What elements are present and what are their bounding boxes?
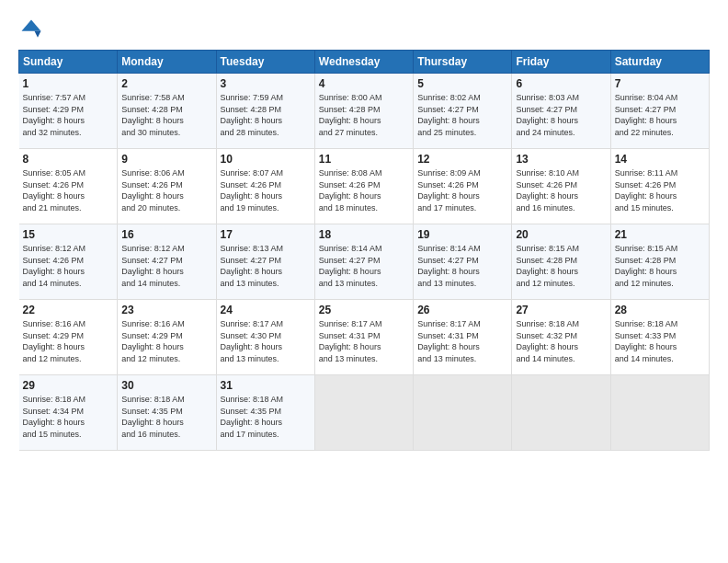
- cell-text-line: Sunrise: 8:18 AM: [121, 394, 211, 406]
- cell-text-line: Sunset: 4:26 PM: [417, 179, 507, 191]
- cell-text-line: Daylight: 8 hours: [23, 115, 114, 127]
- calendar-cell: 25Sunrise: 8:17 AMSunset: 4:31 PMDayligh…: [314, 300, 413, 375]
- cell-text-line: Sunset: 4:35 PM: [121, 406, 211, 418]
- day-number: 10: [221, 153, 311, 166]
- cell-text-line: Daylight: 8 hours: [319, 341, 409, 353]
- cell-text-line: Sunrise: 8:12 AM: [23, 243, 114, 255]
- cell-text-line: and 14 minutes.: [615, 353, 705, 365]
- cell-text-line: and 15 minutes.: [615, 202, 705, 214]
- cell-text-line: Sunrise: 8:16 AM: [121, 318, 211, 330]
- cell-text-line: Sunrise: 8:14 AM: [319, 243, 409, 255]
- calendar-cell: 31Sunrise: 8:18 AMSunset: 4:35 PMDayligh…: [216, 375, 314, 451]
- day-number: 12: [417, 153, 507, 166]
- week-row-4: 22Sunrise: 8:16 AMSunset: 4:29 PMDayligh…: [19, 300, 710, 375]
- calendar-cell: 6Sunrise: 8:03 AMSunset: 4:27 PMDaylight…: [512, 74, 610, 149]
- calendar-cell: 20Sunrise: 8:15 AMSunset: 4:28 PMDayligh…: [512, 224, 610, 300]
- calendar-cell: [414, 375, 512, 451]
- day-number: 18: [319, 228, 409, 241]
- svg-marker-1: [35, 31, 41, 38]
- weekday-sunday: Sunday: [19, 51, 118, 74]
- cell-text-line: Sunrise: 8:14 AM: [417, 243, 507, 255]
- cell-text-line: Sunset: 4:27 PM: [417, 255, 507, 267]
- cell-text-line: Daylight: 8 hours: [615, 341, 705, 353]
- cell-text-line: and 12 minutes.: [23, 353, 114, 365]
- calendar-cell: 15Sunrise: 8:12 AMSunset: 4:26 PMDayligh…: [19, 224, 118, 300]
- cell-text-line: Sunrise: 8:02 AM: [417, 92, 507, 104]
- cell-text-line: and 19 minutes.: [221, 202, 311, 214]
- cell-text-line: and 20 minutes.: [121, 202, 211, 214]
- week-row-3: 15Sunrise: 8:12 AMSunset: 4:26 PMDayligh…: [19, 224, 710, 300]
- day-number: 11: [319, 153, 409, 166]
- cell-text-line: Daylight: 8 hours: [121, 417, 211, 429]
- calendar-cell: 17Sunrise: 8:13 AMSunset: 4:27 PMDayligh…: [216, 224, 314, 300]
- cell-text-line: Daylight: 8 hours: [121, 190, 211, 202]
- day-number: 15: [23, 228, 114, 241]
- day-number: 20: [516, 228, 606, 241]
- cell-text-line: Sunrise: 8:17 AM: [221, 318, 311, 330]
- day-number: 26: [417, 304, 507, 316]
- cell-text-line: Daylight: 8 hours: [615, 190, 705, 202]
- cell-text-line: Sunset: 4:28 PM: [221, 104, 311, 116]
- cell-text-line: Sunset: 4:34 PM: [23, 406, 114, 418]
- cell-text-line: Sunset: 4:28 PM: [516, 255, 606, 267]
- cell-text-line: Daylight: 8 hours: [516, 190, 606, 202]
- cell-text-line: Daylight: 8 hours: [23, 266, 114, 278]
- calendar-cell: 7Sunrise: 8:04 AMSunset: 4:27 PMDaylight…: [610, 74, 709, 149]
- calendar-cell: 29Sunrise: 8:18 AMSunset: 4:34 PMDayligh…: [19, 375, 118, 451]
- cell-text-line: Sunset: 4:26 PM: [516, 179, 606, 191]
- day-number: 5: [417, 77, 507, 90]
- weekday-saturday: Saturday: [610, 51, 709, 74]
- cell-text-line: Sunset: 4:33 PM: [615, 330, 705, 342]
- cell-text-line: Sunrise: 8:18 AM: [23, 394, 114, 406]
- day-number: 22: [23, 304, 114, 316]
- cell-text-line: and 14 minutes.: [516, 353, 606, 365]
- cell-text-line: Daylight: 8 hours: [221, 341, 311, 353]
- cell-text-line: and 13 minutes.: [417, 353, 507, 365]
- cell-text-line: Daylight: 8 hours: [221, 115, 311, 127]
- cell-text-line: Daylight: 8 hours: [417, 115, 507, 127]
- cell-text-line: Sunset: 4:26 PM: [615, 179, 705, 191]
- day-number: 31: [221, 379, 311, 392]
- weekday-tuesday: Tuesday: [216, 51, 314, 74]
- calendar-cell: 23Sunrise: 8:16 AMSunset: 4:29 PMDayligh…: [118, 300, 216, 375]
- cell-text-line: Sunrise: 8:08 AM: [319, 167, 409, 179]
- day-number: 16: [121, 228, 211, 241]
- calendar-cell: 28Sunrise: 8:18 AMSunset: 4:33 PMDayligh…: [610, 300, 709, 375]
- cell-text-line: Sunrise: 8:06 AM: [121, 167, 211, 179]
- day-number: 9: [121, 153, 211, 166]
- cell-text-line: and 32 minutes.: [23, 127, 114, 139]
- cell-text-line: Sunrise: 8:17 AM: [319, 318, 409, 330]
- cell-text-line: Sunrise: 8:18 AM: [221, 394, 311, 406]
- cell-text-line: and 16 minutes.: [121, 429, 211, 441]
- calendar-cell: 5Sunrise: 8:02 AMSunset: 4:27 PMDaylight…: [414, 74, 512, 149]
- cell-text-line: Sunset: 4:26 PM: [23, 255, 114, 267]
- logo-icon: [18, 17, 44, 42]
- calendar-cell: 10Sunrise: 8:07 AMSunset: 4:26 PMDayligh…: [216, 149, 314, 224]
- cell-text-line: and 12 minutes.: [615, 278, 705, 290]
- cell-text-line: Sunrise: 8:18 AM: [516, 318, 606, 330]
- cell-text-line: and 15 minutes.: [23, 429, 114, 441]
- calendar-cell: [512, 375, 610, 451]
- calendar-cell: 27Sunrise: 8:18 AMSunset: 4:32 PMDayligh…: [512, 300, 610, 375]
- cell-text-line: and 16 minutes.: [516, 202, 606, 214]
- cell-text-line: and 17 minutes.: [417, 202, 507, 214]
- cell-text-line: and 13 minutes.: [417, 278, 507, 290]
- cell-text-line: and 13 minutes.: [319, 353, 409, 365]
- cell-text-line: Sunset: 4:31 PM: [319, 330, 409, 342]
- cell-text-line: Daylight: 8 hours: [221, 266, 311, 278]
- day-number: 4: [319, 77, 409, 90]
- page: SundayMondayTuesdayWednesdayThursdayFrid…: [0, 0, 728, 563]
- cell-text-line: Daylight: 8 hours: [221, 417, 311, 429]
- cell-text-line: and 17 minutes.: [221, 429, 311, 441]
- cell-text-line: Sunset: 4:29 PM: [23, 104, 114, 116]
- cell-text-line: and 12 minutes.: [516, 278, 606, 290]
- week-row-5: 29Sunrise: 8:18 AMSunset: 4:34 PMDayligh…: [19, 375, 710, 451]
- calendar-cell: 14Sunrise: 8:11 AMSunset: 4:26 PMDayligh…: [610, 149, 709, 224]
- cell-text-line: Daylight: 8 hours: [121, 341, 211, 353]
- cell-text-line: Sunrise: 8:05 AM: [23, 167, 114, 179]
- cell-text-line: Sunrise: 7:57 AM: [23, 92, 114, 104]
- cell-text-line: Sunrise: 8:09 AM: [417, 167, 507, 179]
- calendar-cell: 26Sunrise: 8:17 AMSunset: 4:31 PMDayligh…: [414, 300, 512, 375]
- day-number: 14: [615, 153, 705, 166]
- cell-text-line: Sunrise: 7:58 AM: [121, 92, 211, 104]
